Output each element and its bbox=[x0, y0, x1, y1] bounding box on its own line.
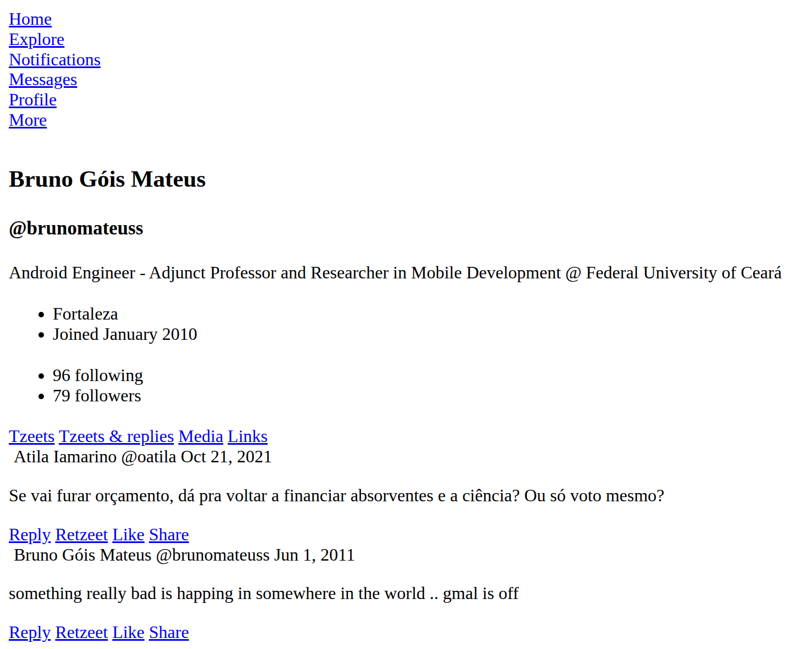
nav-item-explore[interactable]: Explore bbox=[9, 29, 803, 49]
reply-link[interactable]: Reply bbox=[9, 622, 51, 642]
profile-name: Bruno Góis Mateus bbox=[9, 165, 803, 192]
tab-tzeets[interactable]: Tzeets bbox=[9, 426, 55, 446]
tweet-author: Bruno Góis Mateus bbox=[14, 545, 152, 564]
tweet-header: Atila Iamarino @oatila Oct 21, 2021 bbox=[9, 446, 803, 467]
tweet-actions: Reply Retzeet Like Share bbox=[9, 524, 803, 545]
tab-links[interactable]: Links bbox=[227, 426, 268, 446]
tweet-feed: Atila Iamarino @oatila Oct 21, 2021 Se v… bbox=[9, 446, 803, 642]
retzeet-link[interactable]: Retzeet bbox=[55, 622, 108, 642]
tweet-header: Bruno Góis Mateus @brunomateuss Jun 1, 2… bbox=[9, 545, 803, 565]
tab-tzeets-and-replies[interactable]: Tzeets & replies bbox=[59, 426, 174, 446]
main-nav: Home Explore Notifications Messages Prof… bbox=[9, 9, 803, 130]
profile-location: Fortaleza bbox=[53, 304, 803, 324]
tweet-actions: Reply Retzeet Like Share bbox=[9, 622, 803, 642]
reply-link[interactable]: Reply bbox=[9, 524, 51, 544]
profile-handle: @brunomateuss bbox=[9, 217, 803, 239]
tweet-item: Atila Iamarino @oatila Oct 21, 2021 Se v… bbox=[9, 446, 803, 544]
profile-stats-list: 96 following 79 followers bbox=[9, 365, 803, 406]
like-link[interactable]: Like bbox=[112, 524, 144, 544]
tab-media[interactable]: Media bbox=[179, 426, 224, 446]
retzeet-link[interactable]: Retzeet bbox=[55, 524, 108, 544]
profile-section: Bruno Góis Mateus @brunomateuss Android … bbox=[9, 165, 803, 406]
profile-following-count: 96 following bbox=[53, 365, 803, 385]
profile-joined-date: Joined January 2010 bbox=[53, 324, 803, 344]
profile-tabs: Tzeets Tzeets & replies Media Links bbox=[9, 426, 803, 446]
nav-item-messages[interactable]: Messages bbox=[9, 69, 803, 89]
tweet-text: Se vai furar orçamento, dá pra voltar a … bbox=[9, 485, 803, 506]
tweet-date: Jun 1, 2011 bbox=[274, 545, 355, 564]
nav-item-notifications[interactable]: Notifications bbox=[9, 49, 803, 70]
profile-meta-list: Fortaleza Joined January 2010 bbox=[9, 304, 803, 344]
share-link[interactable]: Share bbox=[149, 524, 189, 544]
tweet-author: Atila Iamarino bbox=[14, 446, 116, 466]
tweet-text: something really bad is happing in somew… bbox=[9, 583, 803, 603]
share-link[interactable]: Share bbox=[149, 622, 189, 642]
tweet-date: Oct 21, 2021 bbox=[181, 446, 272, 466]
nav-item-home[interactable]: Home bbox=[9, 9, 803, 29]
profile-bio: Android Engineer - Adjunct Professor and… bbox=[9, 262, 803, 283]
tweet-author-handle: @oatila bbox=[121, 446, 176, 466]
profile-followers-count: 79 followers bbox=[53, 385, 803, 406]
nav-item-more[interactable]: More bbox=[9, 110, 803, 130]
tweet-author-handle: @brunomateuss bbox=[156, 545, 270, 564]
nav-item-profile[interactable]: Profile bbox=[9, 89, 803, 110]
like-link[interactable]: Like bbox=[112, 622, 144, 642]
tweet-item: Bruno Góis Mateus @brunomateuss Jun 1, 2… bbox=[9, 545, 803, 642]
